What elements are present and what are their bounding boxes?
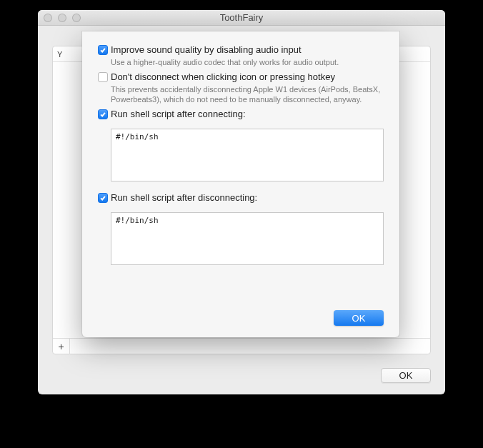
main-ok-button[interactable]: OK [381, 368, 431, 383]
script-disconnect-label: Run shell script after disconnecting: [111, 192, 384, 204]
script-connect-textarea[interactable] [111, 129, 384, 181]
check-icon [99, 111, 106, 118]
dont-disconnect-desc: This prevents accidentally disconnecting… [111, 84, 384, 104]
sheet-footer: OK [334, 310, 384, 326]
improve-audio-checkbox[interactable] [98, 45, 108, 55]
window-title: ToothFairy [38, 12, 445, 23]
script-connect-checkbox[interactable] [98, 109, 108, 119]
zoom-icon[interactable] [72, 14, 81, 22]
option-dont-disconnect: Don't disconnect when clicking icon or p… [98, 71, 384, 104]
traffic-lights [38, 14, 81, 22]
script-connect-label: Run shell script after connecting: [111, 109, 384, 120]
main-footer: OK [381, 368, 431, 383]
check-icon [99, 46, 106, 54]
table-footer: + [53, 338, 430, 354]
sheet-ok-button[interactable]: OK [334, 310, 384, 326]
improve-audio-label: Improve sound quality by disabling audio… [111, 44, 384, 56]
plus-icon: + [58, 341, 64, 352]
option-script-connect: Run shell script after connecting: [98, 109, 384, 120]
dont-disconnect-label: Don't disconnect when clicking icon or p… [111, 71, 384, 83]
minimize-icon[interactable] [58, 14, 66, 22]
check-icon [99, 194, 106, 201]
script-disconnect-checkbox[interactable] [98, 193, 108, 203]
titlebar: ToothFairy [38, 10, 445, 26]
dont-disconnect-checkbox[interactable] [98, 72, 108, 82]
script-disconnect-textarea[interactable] [111, 212, 384, 265]
add-device-button[interactable]: + [53, 339, 70, 354]
option-script-disconnect: Run shell script after disconnecting: [98, 192, 384, 204]
improve-audio-desc: Use a higher-quality audio codec that on… [111, 57, 384, 67]
option-improve-audio: Improve sound quality by disabling audio… [98, 44, 384, 67]
close-icon[interactable] [44, 14, 52, 22]
advanced-sheet: Improve sound quality by disabling audio… [82, 31, 399, 337]
table-column-header: Y [57, 50, 62, 59]
